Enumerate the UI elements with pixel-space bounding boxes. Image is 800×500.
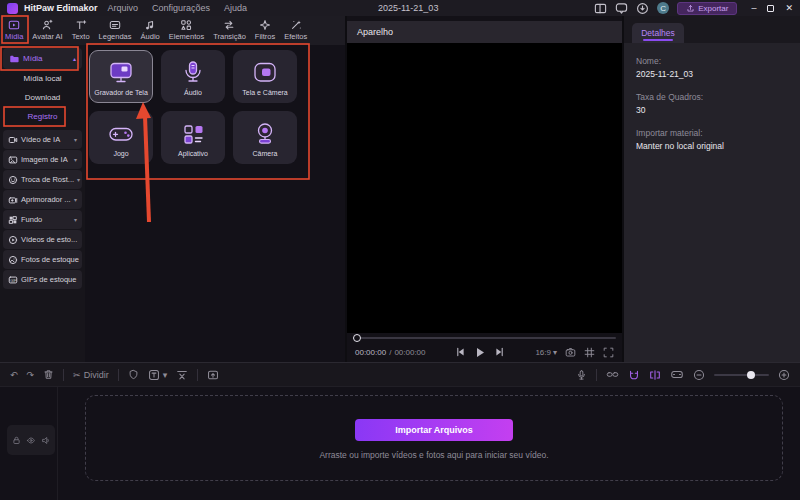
tab-elementos[interactable]: Elementos [166, 17, 207, 43]
menu-arquivo[interactable]: Arquivo [104, 3, 143, 13]
feedback-icon[interactable] [615, 2, 628, 15]
sidebar-item-aprimorador[interactable]: Aprimorador ... ▾ [3, 190, 82, 209]
undo-button[interactable]: ↶ [10, 370, 18, 380]
import-hint-text: Arraste ou importe vídeos e fotos aqui p… [319, 450, 548, 460]
seek-bar[interactable] [347, 333, 622, 342]
seek-handle[interactable] [353, 334, 361, 342]
card-camera[interactable]: Câmera [233, 111, 297, 164]
webcam-icon [250, 119, 280, 149]
layout-icon[interactable] [594, 2, 607, 15]
magnet-snap-toggle[interactable] [628, 369, 640, 381]
sidebar-item-registro[interactable]: Registro [3, 107, 82, 126]
sidebar-item-troca-rosto[interactable]: Troca de Rost... ▾ [3, 170, 82, 189]
split-button[interactable]: ✂ Dividir [73, 370, 109, 380]
fullscreen-button[interactable] [603, 347, 614, 358]
track-mute-button[interactable] [41, 436, 51, 445]
link-tracks-button[interactable] [606, 369, 619, 380]
detail-field-importar-material: Importar material: Manter no local origi… [636, 127, 788, 153]
card-gravador-de-tela[interactable]: Gravador de Tela [89, 50, 153, 103]
sidebar-item-gifs-estoque[interactable]: GIF GIFs de estoque [3, 270, 82, 289]
tab-transicao[interactable]: Transição [210, 17, 249, 43]
sidebar-item-imagem-ia[interactable]: Imagem de IA ▾ [3, 150, 82, 169]
app-logo-icon [7, 3, 18, 14]
marker-button[interactable] [128, 369, 139, 380]
titlebar: HitPaw Edimakor Arquivo Configurações Aj… [0, 0, 800, 16]
voiceover-mic-button[interactable] [576, 369, 587, 381]
detail-field-taxa-quadros: Taxa de Quadros: 30 [636, 91, 788, 117]
close-button[interactable]: ✕ [785, 3, 793, 13]
tab-midia[interactable]: Mídia [2, 17, 26, 43]
text-tool-button[interactable]: ▾ [148, 369, 168, 381]
time-display: 00:00:00 / 00:00:00 [355, 348, 426, 357]
user-avatar[interactable]: C [657, 2, 669, 14]
track-lock-button[interactable] [12, 436, 21, 445]
elements-icon [180, 19, 192, 31]
import-files-button[interactable]: Importar Arquivos [355, 419, 513, 441]
delete-button[interactable] [43, 369, 54, 380]
track-height-button[interactable] [670, 369, 684, 380]
redo-button[interactable]: ↷ [27, 370, 35, 380]
snapshot-button[interactable] [565, 347, 576, 358]
microphone-icon [178, 58, 208, 88]
tab-detalhes[interactable]: Detalhes [632, 23, 684, 43]
avatar-ai-icon [41, 19, 53, 31]
effects-icon [290, 19, 302, 31]
sidebar-group-midia[interactable]: Mídia ▴ [3, 48, 82, 69]
remove-subtitles-button[interactable] [176, 369, 188, 381]
aspect-ratio-dropdown[interactable]: 16:9 ▾ [535, 348, 557, 357]
next-frame-button[interactable] [495, 347, 504, 357]
zoom-out-button[interactable] [693, 369, 705, 381]
preview-header-title: Aparelho [357, 27, 393, 37]
tab-avatar-ai[interactable]: Avatar AI [29, 17, 65, 43]
sidebar-item-midia-local[interactable]: Mídia local [3, 69, 82, 88]
card-aplicativo[interactable]: Aplicativo [161, 111, 225, 164]
crop-button[interactable] [584, 347, 595, 358]
sidebar-item-fundo[interactable]: Fundo ▾ [3, 210, 82, 229]
download-icon[interactable] [636, 2, 649, 15]
toolbar-divider [63, 369, 64, 381]
video-canvas [347, 43, 622, 333]
minimize-button[interactable]: – [751, 3, 756, 13]
export-button[interactable]: Exportar [677, 2, 737, 15]
card-tela-e-camera[interactable]: Tela e Câmera [233, 50, 297, 103]
card-audio[interactable]: Áudio [161, 50, 225, 103]
detail-field-value: Manter no local original [636, 140, 788, 153]
sidebar-item-video-ia[interactable]: Vídeo de IA ▾ [3, 130, 82, 149]
toolbar-divider [596, 369, 597, 381]
play-button[interactable] [475, 347, 485, 358]
tab-texto[interactable]: Texto [69, 17, 93, 43]
menu-configuracoes[interactable]: Configurações [148, 3, 214, 13]
tab-audio[interactable]: Áudio [138, 17, 163, 43]
sidebar-item-download[interactable]: Download [3, 88, 82, 107]
freeze-frame-button[interactable] [207, 369, 219, 381]
sidebar-item-videos-estoque[interactable]: Vídeos de esto... [3, 230, 82, 249]
import-drop-zone[interactable]: Importar Arquivos Arraste ou importe víd… [85, 395, 783, 481]
detail-field-label: Importar material: [636, 127, 788, 140]
video-icon [8, 135, 18, 145]
export-icon [686, 4, 695, 13]
media-icon [8, 19, 20, 31]
card-jogo[interactable]: Jogo [89, 111, 153, 164]
sidebar-item-fotos-estoque[interactable]: Fotos de estoque [3, 250, 82, 269]
track-visibility-button[interactable] [26, 436, 36, 445]
toolbar-divider [118, 369, 119, 381]
timeline-tracks: Importar Arquivos Arraste ou importe víd… [0, 386, 800, 500]
timeline-zoom-slider[interactable] [714, 374, 769, 376]
detail-field-label: Taxa de Quadros: [636, 91, 788, 104]
menu-ajuda[interactable]: Ajuda [220, 3, 251, 13]
prev-frame-button[interactable] [456, 347, 465, 357]
app-name: HitPaw Edimakor [24, 3, 98, 13]
detail-field-nome: Nome: 2025-11-21_03 [636, 55, 788, 81]
zoom-slider-handle[interactable] [747, 371, 755, 379]
app-window-icon [178, 119, 208, 149]
zoom-in-button[interactable] [778, 369, 790, 381]
auto-ripple-toggle[interactable] [649, 369, 661, 381]
document-title: 2025-11-21_03 [378, 3, 438, 13]
tab-efeitos[interactable]: Efeitos [281, 17, 310, 43]
maximize-button[interactable] [767, 5, 774, 12]
track-header-divider [57, 387, 58, 500]
preview-panel: Aparelho 00:00:00 / 00:00:00 [345, 16, 622, 362]
tab-filtros[interactable]: Filtros [252, 17, 278, 43]
toolbar-divider [197, 369, 198, 381]
tab-legendas[interactable]: Legendas [96, 17, 135, 43]
